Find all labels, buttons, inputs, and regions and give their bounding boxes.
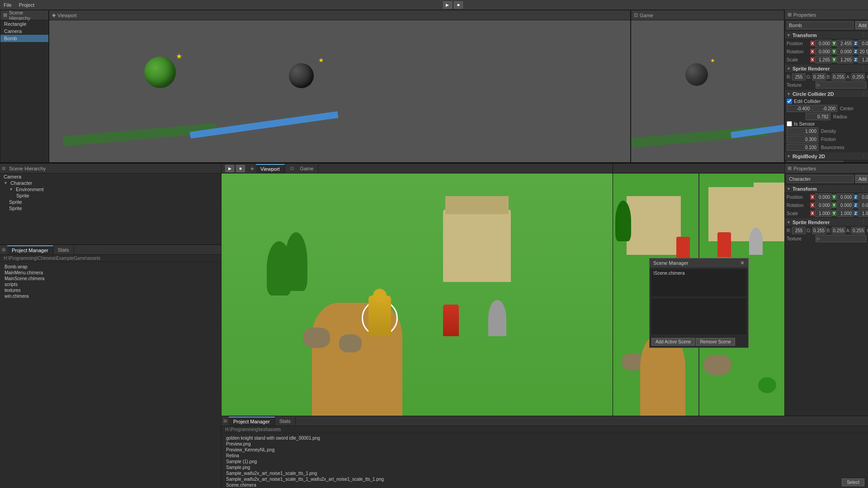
file-win[interactable]: win.chimera <box>4 293 217 299</box>
project-files-left: Bomb.wrap MainMenu.chimera MainScene.chi… <box>0 262 221 488</box>
friction-input[interactable] <box>787 136 818 143</box>
radius-input[interactable] <box>806 113 830 120</box>
remove-scene-button[interactable]: Remove Scene <box>696 338 735 346</box>
file-scripts[interactable]: scripts <box>4 282 217 287</box>
char-rot-x-input[interactable] <box>815 202 831 209</box>
rigidbody-section[interactable]: ▼ RigidBody 2D ⋮ <box>785 152 868 160</box>
game-bottom-tab[interactable]: Game <box>296 164 319 173</box>
body-type-select[interactable]: Dynamic <box>787 161 843 163</box>
project-path-left: H:\Programming\Chimera\ExampleGame\asset… <box>0 255 221 262</box>
proj-tab-manager-left[interactable]: Project Manager <box>7 245 53 254</box>
hier-sprite-2[interactable]: Sprite <box>0 199 221 205</box>
char-rotation-row: Rotation X Y Z <box>785 201 868 209</box>
hierarchy-item-bomb[interactable]: Bomb <box>0 35 48 42</box>
file-textures[interactable]: textures <box>4 287 217 293</box>
transform-section-header[interactable]: ▼ Transform ⋮ <box>785 31 868 39</box>
proj-file-7[interactable]: Sample_waifu2x_art_noise1_scale_tts_1_wa… <box>225 476 864 482</box>
file-bomb-wrap[interactable]: Bomb.wrap <box>4 264 217 270</box>
color-b-input[interactable] <box>832 73 845 80</box>
proj-file-5[interactable]: Sample.png <box>225 465 864 470</box>
proj-file-3[interactable]: Retina <box>225 453 864 459</box>
stop-button[interactable]: ■ <box>454 1 463 9</box>
color-a-input[interactable] <box>851 73 865 80</box>
char-color-b[interactable] <box>832 227 845 234</box>
scene-list: \Scene.chimera <box>651 269 746 296</box>
play-button[interactable]: ▶ <box>443 1 452 9</box>
texture-field[interactable]: ▷ <box>816 81 866 89</box>
char-color-g[interactable] <box>812 227 826 234</box>
pos-x-input[interactable] <box>815 40 831 47</box>
char-pos-z-input[interactable] <box>859 193 868 201</box>
file-mainscene[interactable]: MainScene.chimera <box>4 276 217 282</box>
proj-file-4[interactable]: Sample (1).png <box>225 459 864 465</box>
char-transform-header[interactable]: ▼ Transform ⋮ <box>785 185 868 193</box>
scale-y-input[interactable] <box>837 56 853 63</box>
collider-y-input[interactable] <box>812 105 837 112</box>
scale-z-input[interactable] <box>859 56 868 63</box>
pos-y-input[interactable] <box>837 40 853 47</box>
edit-collider-checkbox[interactable] <box>787 99 792 104</box>
viewport-bottom-title[interactable]: Viewport <box>256 164 285 173</box>
add-active-scene-button[interactable]: Add Active Scene <box>651 338 695 346</box>
proj-file-6[interactable]: Sample_waifu2x_art_noise1_scale_tts_1.pn… <box>225 470 864 476</box>
char-scale-z-input[interactable] <box>859 210 868 217</box>
building-roof-1 <box>445 196 509 214</box>
hier-sprite-1[interactable]: Sprite <box>0 192 221 199</box>
select-button[interactable]: Select <box>842 479 864 486</box>
object-name-input[interactable] <box>787 21 854 29</box>
hier-character[interactable]: ▼ Character <box>0 180 221 186</box>
rot-y-input[interactable] <box>837 48 853 55</box>
sprite-renderer-section[interactable]: ▼ Sprite Renderer ⋮ <box>785 65 868 73</box>
scene-hier-tabs: ⊞ Scene Hierarchy <box>0 164 221 174</box>
char-name-input[interactable] <box>787 175 854 183</box>
color-g-input[interactable] <box>812 73 826 80</box>
hierarchy-item-camera[interactable]: Camera <box>0 28 48 35</box>
bottom-play-button[interactable]: ▶ <box>225 165 234 172</box>
bottom-stop-button[interactable]: ■ <box>236 165 245 172</box>
hierarchy-item-rectangle[interactable]: Rectangle <box>0 20 48 28</box>
scale-z-field: Z <box>854 56 868 63</box>
char-scale-x-input[interactable] <box>815 210 831 217</box>
char-rot-z-input[interactable] <box>859 202 868 209</box>
circle-collider-section[interactable]: ▼ Circle Collider 2D ⋮ <box>785 90 868 98</box>
scene-manager-close-button[interactable]: ✕ <box>740 260 745 266</box>
color-r-input[interactable] <box>792 73 806 80</box>
proj-tab-stats-left[interactable]: Stats <box>53 246 74 254</box>
game-bottom-header-bar <box>613 164 784 174</box>
char-pos-y-input[interactable] <box>837 193 853 201</box>
add-component-button[interactable]: Add <box>855 21 868 29</box>
rot-z-input[interactable] <box>859 48 868 55</box>
bounciness-input[interactable] <box>787 144 818 151</box>
is-sensor-checkbox[interactable] <box>787 121 792 127</box>
scale-x-input[interactable] <box>815 56 831 63</box>
game-tree-left <box>615 201 631 241</box>
friction-row: Friction <box>785 135 868 143</box>
pos-z-input[interactable] <box>859 40 868 47</box>
char-texture-field[interactable]: ▷ <box>816 235 866 242</box>
props-icon: ⊞ <box>788 12 792 18</box>
density-input[interactable] <box>787 127 818 135</box>
proj-file-2[interactable]: Preview_KenneyNL.png <box>225 447 864 453</box>
char-add-button[interactable]: Add <box>855 175 868 183</box>
proj-bottom-tab-stats[interactable]: Stats <box>275 417 296 425</box>
proj-file-8[interactable]: Scene.chimera <box>225 482 864 488</box>
hier-environment[interactable]: ▼ Environment <box>0 186 221 192</box>
hier-sprite-3[interactable]: Sprite <box>0 205 221 211</box>
scene-list-item-1[interactable]: \Scene.chimera <box>652 270 745 276</box>
menu-file[interactable]: File <box>4 2 12 8</box>
proj-file-0[interactable]: golden knight stand with sword idle_0000… <box>225 435 864 441</box>
rot-x-input[interactable] <box>815 48 831 55</box>
char-color-r[interactable] <box>792 227 806 234</box>
char-rot-y-input[interactable] <box>837 202 853 209</box>
char-pos-x-input[interactable] <box>815 193 831 201</box>
proj-bottom-tab-manager[interactable]: Project Manager <box>229 417 275 426</box>
menu-project[interactable]: Project <box>19 2 34 8</box>
proj-file-1[interactable]: Preview.png <box>225 441 864 447</box>
char-scale-y-input[interactable] <box>837 210 853 217</box>
char-color-a[interactable] <box>851 227 865 234</box>
file-mainmenu[interactable]: MainMenu.chimera <box>4 270 217 276</box>
collider-x-input[interactable] <box>787 105 811 112</box>
hier-camera[interactable]: Camera <box>0 174 221 180</box>
pos-y-field: Y <box>832 40 853 47</box>
char-sprite-section[interactable]: ▼ Sprite Renderer ⋮ <box>785 218 868 226</box>
